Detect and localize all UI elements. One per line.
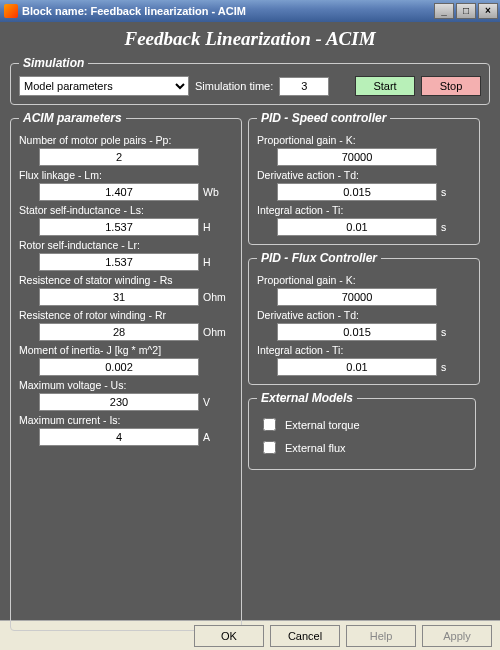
acim-param-unit-2: H xyxy=(203,221,233,233)
acim-param-label-3: Rotor self-inductance - Lr: xyxy=(19,239,233,251)
apply-button[interactable]: Apply xyxy=(422,625,492,647)
acim-param-label-0: Number of motor pole pairs - Pp: xyxy=(19,134,233,146)
external-flux-checkbox[interactable] xyxy=(263,441,276,454)
external-torque-checkbox[interactable] xyxy=(263,418,276,431)
external-models-group: External Models External torque External… xyxy=(248,391,476,470)
pid-flux-param-label-2: Integral action - Ti: xyxy=(257,344,471,356)
help-button[interactable]: Help xyxy=(346,625,416,647)
pid-flux-param-input-2[interactable] xyxy=(277,358,437,376)
acim-param-label-4: Resistence of stator winding - Rs xyxy=(19,274,233,286)
simulation-time-label: Simulation time: xyxy=(195,80,273,92)
close-button[interactable]: × xyxy=(478,3,498,19)
pid-speed-param-input-1[interactable] xyxy=(277,183,437,201)
pid-speed-legend: PID - Speed controller xyxy=(257,111,390,125)
external-flux-label: External flux xyxy=(285,442,346,454)
minimize-button[interactable]: _ xyxy=(434,3,454,19)
acim-param-input-6[interactable] xyxy=(39,358,199,376)
pid-flux-group: PID - Flux Controller Proportional gain … xyxy=(248,251,480,385)
acim-param-label-5: Resistence of rotor winding - Rr xyxy=(19,309,233,321)
acim-param-input-0[interactable] xyxy=(39,148,199,166)
maximize-button[interactable]: □ xyxy=(456,3,476,19)
acim-parameters-group: ACIM parameters Number of motor pole pai… xyxy=(10,111,242,631)
acim-param-input-3[interactable] xyxy=(39,253,199,271)
acim-param-input-5[interactable] xyxy=(39,323,199,341)
simulation-group: Simulation Model parameters Simulation t… xyxy=(10,56,490,105)
start-button[interactable]: Start xyxy=(355,76,415,96)
acim-legend: ACIM parameters xyxy=(19,111,126,125)
content-panel: Feedback Linearization - ACIM Simulation… xyxy=(0,22,500,620)
pid-speed-param-input-0[interactable] xyxy=(277,148,437,166)
stop-button[interactable]: Stop xyxy=(421,76,481,96)
pid-speed-group: PID - Speed controller Proportional gain… xyxy=(248,111,480,245)
pid-flux-param-input-1[interactable] xyxy=(277,323,437,341)
acim-param-label-8: Maximum current - Is: xyxy=(19,414,233,426)
acim-param-label-1: Flux linkage - Lm: xyxy=(19,169,233,181)
acim-param-unit-4: Ohm xyxy=(203,291,233,303)
pid-speed-param-unit-1: s xyxy=(441,186,471,198)
pid-flux-param-unit-1: s xyxy=(441,326,471,338)
simulation-legend: Simulation xyxy=(19,56,88,70)
window-titlebar: Block name: Feedback linearization - ACI… xyxy=(0,0,500,22)
acim-param-label-6: Moment of inertia- J [kg * m^2] xyxy=(19,344,233,356)
acim-param-unit-3: H xyxy=(203,256,233,268)
pid-speed-param-label-0: Proportional gain - K: xyxy=(257,134,471,146)
external-legend: External Models xyxy=(257,391,357,405)
acim-param-unit-5: Ohm xyxy=(203,326,233,338)
cancel-button[interactable]: Cancel xyxy=(270,625,340,647)
acim-param-input-1[interactable] xyxy=(39,183,199,201)
simulation-time-input[interactable] xyxy=(279,77,329,96)
pid-flux-legend: PID - Flux Controller xyxy=(257,251,381,265)
pid-speed-param-input-2[interactable] xyxy=(277,218,437,236)
acim-param-label-2: Stator self-inductance - Ls: xyxy=(19,204,233,216)
pid-flux-param-label-1: Derivative action - Td: xyxy=(257,309,471,321)
model-parameters-select[interactable]: Model parameters xyxy=(19,76,189,96)
window-title: Block name: Feedback linearization - ACI… xyxy=(22,5,432,17)
acim-param-input-4[interactable] xyxy=(39,288,199,306)
acim-param-unit-8: A xyxy=(203,431,233,443)
acim-param-input-8[interactable] xyxy=(39,428,199,446)
page-title: Feedback Linearization - ACIM xyxy=(10,28,490,50)
external-torque-label: External torque xyxy=(285,419,360,431)
pid-speed-param-unit-2: s xyxy=(441,221,471,233)
pid-flux-param-label-0: Proportional gain - K: xyxy=(257,274,471,286)
acim-param-input-2[interactable] xyxy=(39,218,199,236)
pid-flux-param-unit-2: s xyxy=(441,361,471,373)
acim-param-input-7[interactable] xyxy=(39,393,199,411)
pid-speed-param-label-1: Derivative action - Td: xyxy=(257,169,471,181)
app-icon xyxy=(4,4,18,18)
acim-param-label-7: Maximum voltage - Us: xyxy=(19,379,233,391)
pid-speed-param-label-2: Integral action - Ti: xyxy=(257,204,471,216)
acim-param-unit-7: V xyxy=(203,396,233,408)
acim-param-unit-1: Wb xyxy=(203,186,233,198)
ok-button[interactable]: OK xyxy=(194,625,264,647)
pid-flux-param-input-0[interactable] xyxy=(277,288,437,306)
